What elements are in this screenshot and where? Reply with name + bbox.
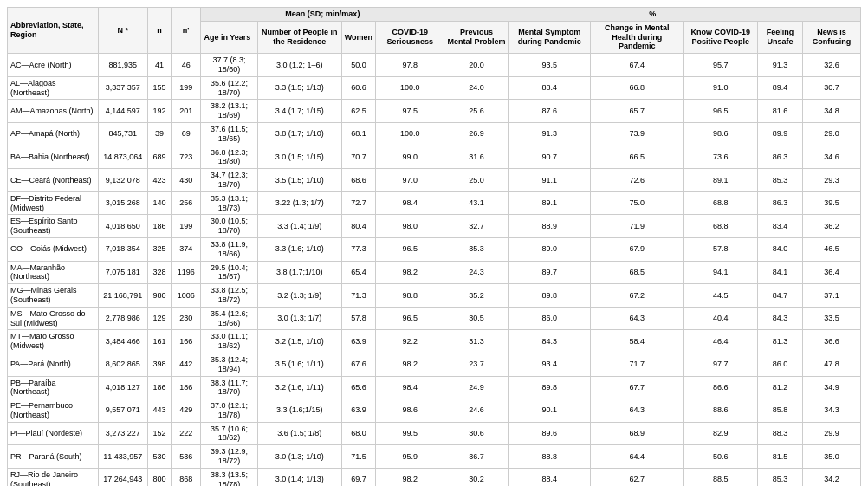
- table-cell: 35.4 (12.6; 18/66): [201, 307, 257, 330]
- table-cell: 37.6 (11.5; 18/65): [201, 122, 257, 146]
- table-cell: 161: [147, 330, 171, 353]
- table-cell: 80.4: [341, 215, 375, 238]
- table-cell: 63.9: [341, 330, 375, 353]
- table-cell: 38.3 (11.7; 18/70): [201, 376, 257, 399]
- table-cell: 46.5: [803, 237, 861, 261]
- table-cell: 1196: [171, 261, 201, 284]
- table-cell: 24.0: [444, 76, 509, 100]
- table-cell: AP—Amapá (North): [8, 122, 99, 146]
- table-cell: 89.9: [757, 122, 802, 146]
- table-cell: 60.6: [341, 76, 375, 100]
- table-cell: 66.5: [590, 146, 683, 169]
- table-cell: 429: [171, 399, 201, 423]
- table-cell: 73.9: [590, 122, 683, 146]
- col-N: N *: [98, 8, 147, 54]
- table-cell: 4,144,597: [98, 100, 147, 123]
- table-cell: 67.6: [341, 353, 375, 376]
- table-cell: 32.7: [444, 215, 509, 238]
- table-cell: 85.3: [757, 169, 802, 192]
- table-cell: 442: [171, 353, 201, 376]
- table-cell: 38.3 (13.5; 18/78): [201, 468, 257, 486]
- table-cell: 3.2 (1.6; 1/11): [257, 376, 341, 399]
- table-cell: 95.9: [376, 445, 444, 469]
- table-cell: 84.3: [757, 307, 802, 330]
- table-cell: 186: [147, 376, 171, 399]
- table-cell: 95.7: [683, 54, 757, 77]
- table-cell: 71.5: [341, 445, 375, 469]
- table-cell: 723: [171, 146, 201, 169]
- table-row: MA—Maranhão (Northeast)7,075,18132811962…: [8, 261, 861, 284]
- table-cell: 34.8: [803, 100, 861, 123]
- table-cell: 29.3: [803, 169, 861, 192]
- table-cell: 3.2 (1.5; 1/10): [257, 330, 341, 353]
- table-cell: 3.8 (1.7;1/10): [257, 261, 341, 284]
- table-cell: 689: [147, 146, 171, 169]
- table-cell: 31.3: [444, 330, 509, 353]
- table-cell: 82.9: [683, 422, 757, 445]
- table-cell: 62.5: [341, 100, 375, 123]
- table-cell: 33.8 (12.5; 18/72): [201, 284, 257, 308]
- table-body: AC—Acre (North)881,935414637.7 (8.3; 18/…: [8, 54, 861, 486]
- table-cell: 423: [147, 169, 171, 192]
- table-cell: 325: [147, 237, 171, 261]
- table-cell: 47.8: [803, 353, 861, 376]
- table-cell: 11,433,957: [98, 445, 147, 469]
- table-cell: 69: [171, 122, 201, 146]
- table-row: PB—Paraíba (Northeast)4,018,12718618638.…: [8, 376, 861, 399]
- table-cell: 3.8 (1.7; 1/10): [257, 122, 341, 146]
- table-cell: 33.5: [803, 307, 861, 330]
- table-cell: 24.9: [444, 376, 509, 399]
- table-cell: 192: [147, 100, 171, 123]
- table-cell: 2,778,986: [98, 307, 147, 330]
- table-cell: 98.6: [376, 399, 444, 423]
- table-cell: 65.6: [341, 376, 375, 399]
- col-prev-mental: Previous Mental Problem: [444, 21, 509, 53]
- table-cell: 98.6: [683, 122, 757, 146]
- table-cell: 63.9: [341, 399, 375, 423]
- table-cell: 222: [171, 422, 201, 445]
- table-cell: 89.8: [508, 284, 590, 308]
- table-cell: 68.1: [341, 122, 375, 146]
- table-cell: 88.3: [757, 422, 802, 445]
- table-cell: 89.1: [508, 191, 590, 215]
- table-cell: DF—Distrito Federal (Midwest): [8, 191, 99, 215]
- table-cell: 96.5: [683, 100, 757, 123]
- table-cell: MG—Minas Gerais (Southeast): [8, 284, 99, 308]
- table-cell: 430: [171, 169, 201, 192]
- table-cell: 34.9: [803, 376, 861, 399]
- table-cell: 99.0: [376, 146, 444, 169]
- table-cell: 21,168,791: [98, 284, 147, 308]
- table-cell: 35.6 (12.2; 18/70): [201, 76, 257, 100]
- table-cell: 46: [171, 54, 201, 77]
- table-cell: 3.3 (1.6;1/15): [257, 399, 341, 423]
- table-cell: MT—Mato Grosso (Midwest): [8, 330, 99, 353]
- table-cell: 93.4: [508, 353, 590, 376]
- table-cell: 97.8: [376, 54, 444, 77]
- table-cell: 33.0 (11.1; 18/62): [201, 330, 257, 353]
- col-n: n: [147, 8, 171, 54]
- table-cell: 89.4: [757, 76, 802, 100]
- table-cell: 35.3: [444, 237, 509, 261]
- table-cell: 71.3: [341, 284, 375, 308]
- table-cell: 90.1: [508, 399, 590, 423]
- table-cell: 9,557,071: [98, 399, 147, 423]
- table-cell: 86.3: [757, 146, 802, 169]
- table-cell: 29.9: [803, 422, 861, 445]
- table-row: MS—Mato Grosso do Sul (Midwest)2,778,986…: [8, 307, 861, 330]
- table-row: AL—Alagoas (Northeast)3,337,35715519935.…: [8, 76, 861, 100]
- table-cell: 31.6: [444, 146, 509, 169]
- table-cell: 155: [147, 76, 171, 100]
- table-cell: 84.1: [757, 261, 802, 284]
- table-cell: 89.6: [508, 422, 590, 445]
- table-cell: 800: [147, 468, 171, 486]
- table-cell: 980: [147, 284, 171, 308]
- table-cell: 94.1: [683, 261, 757, 284]
- table-cell: 8,602,865: [98, 353, 147, 376]
- table-cell: 3.5 (1.5; 1/10): [257, 169, 341, 192]
- table-cell: 81.2: [757, 376, 802, 399]
- table-cell: 67.9: [590, 237, 683, 261]
- table-cell: 43.1: [444, 191, 509, 215]
- table-cell: 32.6: [803, 54, 861, 77]
- table-cell: 91.3: [508, 122, 590, 146]
- col-mental-symptom: Mental Symptom during Pandemic: [508, 21, 590, 53]
